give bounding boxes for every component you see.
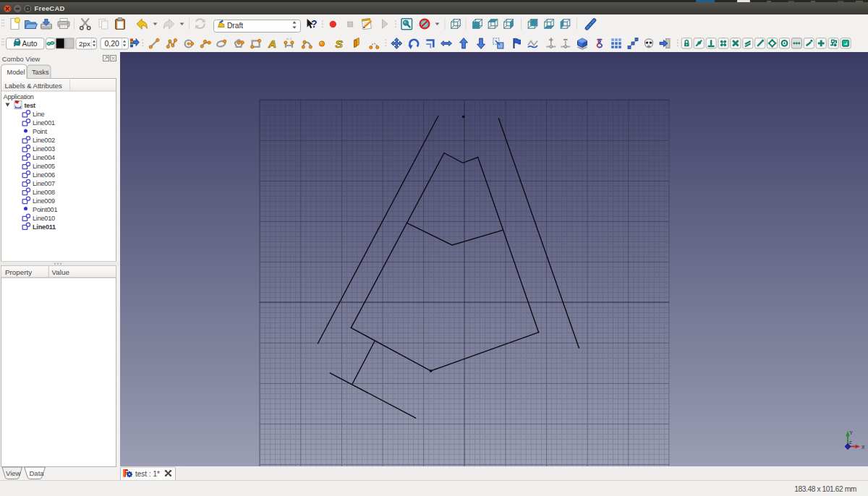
svg-text:Line005: Line005: [33, 163, 55, 170]
svg-text:Line008: Line008: [33, 189, 55, 196]
svg-text:Line004: Line004: [33, 154, 55, 161]
svg-text:Combo View: Combo View: [2, 56, 41, 63]
svg-text:Line007: Line007: [33, 180, 55, 187]
svg-text:Point001: Point001: [33, 206, 57, 213]
svg-text:0,20: 0,20: [105, 39, 120, 48]
svg-text:test : 1*: test : 1*: [135, 470, 160, 478]
svg-text:Line011: Line011: [33, 223, 56, 231]
svg-text:Application: Application: [4, 93, 34, 101]
svg-text:Auto: Auto: [22, 40, 38, 48]
svg-text:?: ?: [311, 18, 318, 30]
svg-text:Labels & Attributes: Labels & Attributes: [5, 82, 62, 90]
svg-text:Point: Point: [33, 128, 47, 135]
svg-text:test: test: [25, 102, 36, 109]
svg-text:Data: Data: [30, 469, 45, 477]
svg-text:Line001: Line001: [33, 119, 55, 127]
svg-text:Line002: Line002: [33, 137, 55, 144]
svg-text:Line: Line: [33, 111, 45, 118]
svg-text:FreeCAD: FreeCAD: [35, 4, 65, 12]
svg-text:2px: 2px: [79, 40, 90, 48]
svg-text:Property: Property: [5, 268, 32, 276]
svg-text:View: View: [6, 469, 21, 477]
svg-text:Tasks: Tasks: [32, 69, 49, 76]
svg-text:X: X: [861, 445, 865, 450]
svg-text:Z: Z: [849, 440, 852, 445]
svg-text:Model: Model: [7, 69, 25, 76]
svg-text:Line003: Line003: [33, 145, 55, 153]
svg-text:S: S: [336, 38, 344, 50]
svg-text:Y: Y: [849, 430, 853, 435]
svg-text:Line006: Line006: [33, 171, 55, 179]
svg-text:Draft: Draft: [227, 22, 243, 30]
svg-text:A: A: [268, 38, 276, 50]
svg-text:Value: Value: [52, 268, 70, 276]
svg-text:Line009: Line009: [33, 197, 55, 205]
svg-text:Line010: Line010: [33, 215, 55, 222]
